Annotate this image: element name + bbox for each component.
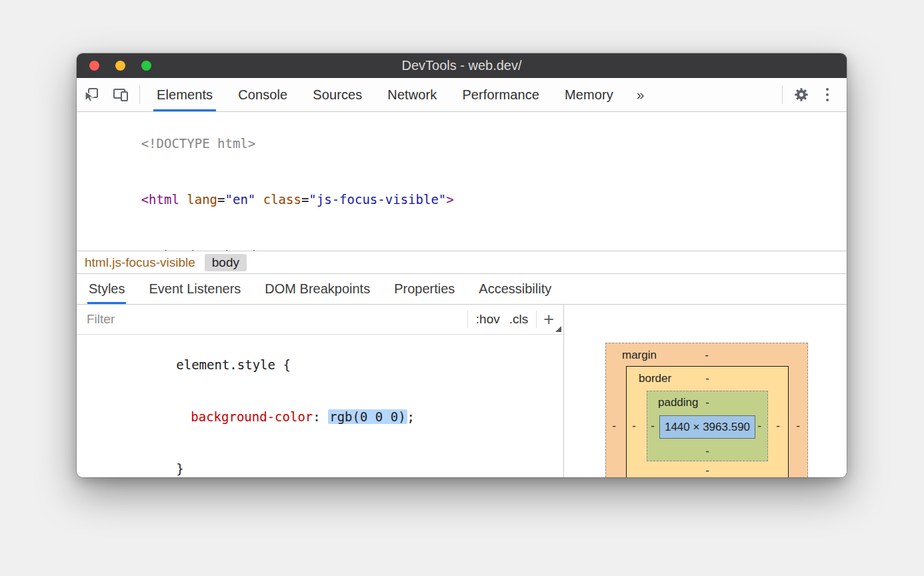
window-title: DevTools - web.dev/	[77, 58, 847, 73]
inspect-element-button[interactable]	[77, 78, 106, 111]
padding-top-value[interactable]: -	[647, 396, 767, 409]
tab-elements-label: Elements	[157, 87, 213, 103]
device-toolbar-icon	[112, 86, 129, 103]
tab-performance[interactable]: Performance	[449, 78, 552, 111]
border-top-value[interactable]: -	[627, 372, 788, 385]
active-sidebar-tab-indicator	[87, 302, 126, 304]
active-tab-indicator	[153, 109, 216, 111]
more-tabs-chevron-icon: »	[637, 87, 645, 103]
tab-dom-breakpoints-label: DOM Breakpoints	[265, 281, 370, 297]
tab-accessibility-label: Accessibility	[479, 281, 551, 297]
head-close-tag: </head>	[210, 248, 263, 251]
box-model-content[interactable]: 1440 × 3963.590	[659, 415, 755, 439]
attr-lang-value: "en"	[225, 192, 256, 207]
tab-accessibility[interactable]: Accessibility	[467, 274, 563, 304]
toolbar-right-group	[778, 78, 847, 111]
margin-top-value[interactable]: -	[606, 349, 807, 362]
tab-network[interactable]: Network	[375, 78, 449, 111]
attr-class-value: "js-focus-visible"	[309, 192, 446, 207]
box-model-diagram: margin - border - padding - 1440 × 3963.…	[605, 343, 807, 477]
margin-left-value[interactable]: -	[608, 419, 620, 433]
padding-left-value[interactable]: -	[647, 419, 659, 433]
border-right-value[interactable]: -	[772, 419, 784, 433]
styles-panel-body: :hov .cls + element.style { background-c…	[77, 305, 847, 477]
attr-class: class	[255, 192, 301, 207]
margin-right-value[interactable]: -	[792, 419, 804, 433]
toolbar-divider	[139, 85, 140, 104]
tab-sources[interactable]: Sources	[300, 78, 375, 111]
toolbar-spacer	[655, 78, 778, 111]
content-dimensions: 1440 × 3963.590	[665, 421, 750, 434]
styles-filter-row: :hov .cls +	[77, 305, 563, 335]
tab-performance-label: Performance	[462, 87, 539, 103]
attr-lang: lang	[179, 192, 217, 207]
tab-console-label: Console	[238, 87, 287, 103]
box-model-margin[interactable]: margin - border - padding - 1440 × 3963.…	[605, 343, 808, 477]
styles-rules-pane: :hov .cls + element.style { background-c…	[77, 305, 564, 477]
main-toolbar: Elements Console Sources Network Perform…	[77, 78, 847, 112]
padding-right-value[interactable]: -	[753, 419, 765, 433]
tab-console[interactable]: Console	[225, 78, 300, 111]
panel-tabs: Elements Console Sources Network Perform…	[144, 78, 626, 111]
html-open-tag: <html	[141, 192, 179, 207]
tree-line-html[interactable]: <html lang="en" class="js-focus-visible"…	[77, 171, 847, 227]
tab-sources-label: Sources	[313, 87, 362, 103]
tab-event-listeners[interactable]: Event Listeners	[137, 274, 253, 304]
expand-arrow-icon[interactable]: ▶	[141, 248, 157, 251]
rule-element-style: element.style { background-color: rgb(0 …	[77, 335, 563, 477]
box-model-pane: margin - border - padding - 1440 × 3963.…	[564, 305, 847, 477]
border-left-value[interactable]: -	[628, 419, 640, 433]
element-classes-button[interactable]: .cls	[508, 312, 537, 327]
inspect-cursor-icon	[83, 86, 100, 103]
toggle-element-state-button[interactable]: :hov	[468, 312, 508, 327]
devtools-menu-button[interactable]	[816, 88, 839, 101]
tab-network-label: Network	[387, 87, 437, 103]
titlebar: DevTools - web.dev/	[77, 53, 847, 78]
tab-properties[interactable]: Properties	[382, 274, 467, 304]
border-bottom-value[interactable]: -	[627, 464, 788, 477]
elements-tree-panel: <!DOCTYPE html> <html lang="en" class="j…	[77, 112, 847, 251]
tab-properties-label: Properties	[394, 281, 455, 297]
tab-event-listeners-label: Event Listeners	[149, 281, 241, 297]
devtools-window: DevTools - web.dev/ Elements Console	[77, 53, 847, 477]
tab-styles[interactable]: Styles	[77, 274, 137, 304]
breadcrumb-body-selected[interactable]: body	[205, 254, 247, 271]
breadcrumb: html.js-focus-visible body	[77, 251, 847, 273]
tab-elements[interactable]: Elements	[144, 78, 225, 111]
more-tabs-button[interactable]: »	[626, 78, 655, 111]
gear-icon	[793, 86, 810, 103]
head-open-tag: <head>	[157, 248, 203, 251]
box-model-padding[interactable]: padding - 1440 × 3963.590 -	[647, 391, 768, 461]
tab-memory[interactable]: Memory	[552, 78, 626, 111]
tab-dom-breakpoints[interactable]: DOM Breakpoints	[253, 274, 382, 304]
css-declaration[interactable]: background-color: rgb(0 0 0);	[85, 391, 555, 443]
settings-button[interactable]	[787, 86, 816, 103]
doctype-text: <!DOCTYPE html>	[141, 136, 256, 151]
panel-resize-corner	[555, 326, 561, 332]
css-rules-list: element.style { background-color: rgb(0 …	[77, 335, 563, 477]
css-property-name[interactable]: background-color	[191, 409, 313, 424]
tab-styles-label: Styles	[89, 281, 125, 297]
toolbar-divider-right	[782, 85, 783, 104]
tab-memory-label: Memory	[565, 87, 613, 103]
rule-close-brace: }	[85, 443, 555, 477]
rule-selector[interactable]: element.style {	[85, 339, 555, 391]
kebab-menu-icon	[826, 88, 829, 91]
styles-sidebar-tabs: Styles Event Listeners DOM Breakpoints P…	[77, 273, 847, 305]
device-toolbar-button[interactable]	[106, 78, 135, 111]
tree-line-doctype[interactable]: <!DOCTYPE html>	[77, 115, 847, 171]
css-property-value-selected[interactable]: rgb(0 0 0)	[328, 409, 407, 424]
collapsed-content-ellipsis[interactable]: …	[202, 248, 209, 251]
breadcrumb-html[interactable]: html.js-focus-visible	[82, 254, 198, 271]
tree-line-head[interactable]: ▶<head>…</head>	[77, 227, 847, 251]
styles-filter-input[interactable]	[85, 311, 467, 327]
padding-bottom-value[interactable]: -	[647, 445, 767, 458]
